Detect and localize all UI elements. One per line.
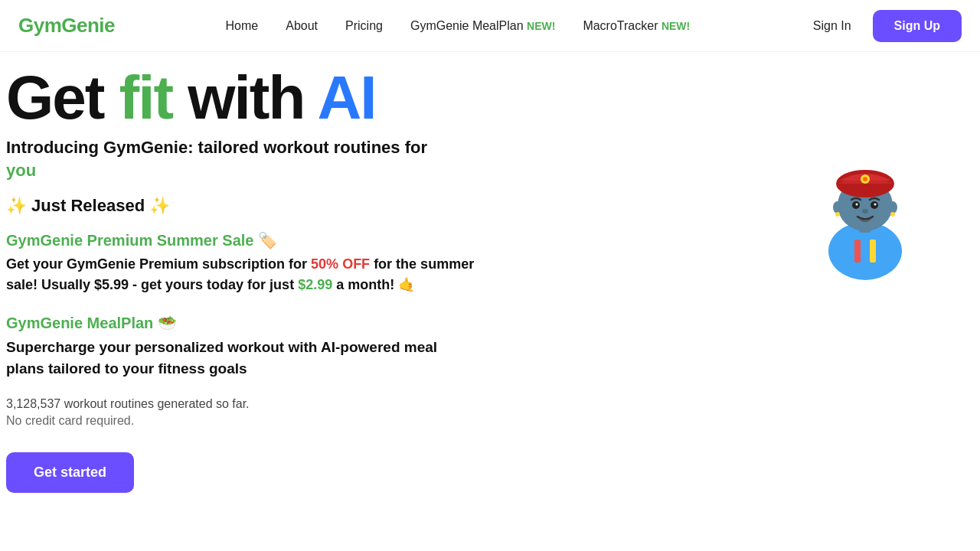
- hero-subtitle: Introducing GymGenie: tailored workout r…: [6, 138, 658, 158]
- title-fit: fit: [119, 64, 173, 132]
- promo-summer-sale: GymGenie Premium Summer Sale 🏷️ Get your…: [6, 231, 658, 295]
- nav-home[interactable]: Home: [215, 13, 270, 38]
- genie-svg: [812, 129, 919, 282]
- content-wrapper: Get fit with AI Introducing GymGenie: ta…: [0, 52, 980, 523]
- nav-links: Home About Pricing GymGenie MealPlan NEW…: [215, 19, 701, 33]
- hero-section: Get fit with AI Introducing GymGenie: ta…: [0, 52, 689, 523]
- svg-rect-2: [854, 240, 861, 262]
- nav-pricing[interactable]: Pricing: [335, 13, 394, 38]
- stats-text: 3,128,537 workout routines generated so …: [6, 397, 658, 411]
- genie-character: [812, 129, 919, 285]
- nav-macrotracker[interactable]: MacroTracker NEW!: [572, 13, 701, 38]
- promo-body: Get your GymGenie Premium subscription f…: [6, 254, 481, 295]
- mealplan-new-badge: NEW!: [527, 20, 555, 32]
- signin-button[interactable]: Sign In: [801, 13, 864, 39]
- svg-point-16: [835, 212, 840, 217]
- svg-point-10: [862, 209, 868, 214]
- svg-point-17: [890, 212, 895, 217]
- nav-actions: Sign In Sign Up: [801, 10, 962, 42]
- mealplan-title: GymGenie MealPlan 🥗: [6, 314, 658, 332]
- title-ai: AI: [318, 64, 376, 132]
- svg-point-8: [856, 204, 858, 206]
- nav-about[interactable]: About: [275, 13, 328, 38]
- nav-mealplan[interactable]: GymGenie MealPlan NEW!: [400, 13, 566, 38]
- mealplan-body: Supercharge your personalized workout wi…: [6, 337, 466, 379]
- just-released-badge: ✨ Just Released ✨: [6, 196, 658, 216]
- promo-title: GymGenie Premium Summer Sale 🏷️: [6, 231, 658, 249]
- title-get: Get: [6, 64, 119, 132]
- macrotracker-new-badge: NEW!: [662, 20, 690, 32]
- hero-title: Get fit with AI: [6, 67, 658, 129]
- title-with: with: [172, 64, 317, 132]
- promo-percent: 50%: [311, 256, 338, 272]
- svg-point-13: [863, 177, 867, 181]
- hero-subtitle-you: you: [6, 161, 658, 181]
- svg-rect-3: [870, 240, 876, 262]
- promo-off: OFF: [338, 256, 370, 272]
- main-content: Get fit with AI Introducing GymGenie: ta…: [0, 52, 980, 523]
- svg-point-15: [888, 201, 897, 214]
- signup-button[interactable]: Sign Up: [873, 10, 962, 42]
- navbar: GymGenie Home About Pricing GymGenie Mea…: [0, 0, 980, 52]
- promo-body-3: a month! 🤙: [332, 277, 415, 292]
- svg-point-14: [833, 201, 842, 214]
- logo[interactable]: GymGenie: [18, 14, 115, 37]
- promo-body-1: Get your GymGenie Premium subscription f…: [6, 256, 311, 272]
- svg-point-9: [874, 204, 877, 206]
- no-cc-text: No credit card required.: [6, 414, 658, 428]
- promo-price: $2.99: [298, 277, 332, 292]
- get-started-button[interactable]: Get started: [6, 452, 134, 493]
- mealplan-section: GymGenie MealPlan 🥗 Supercharge your per…: [6, 314, 658, 379]
